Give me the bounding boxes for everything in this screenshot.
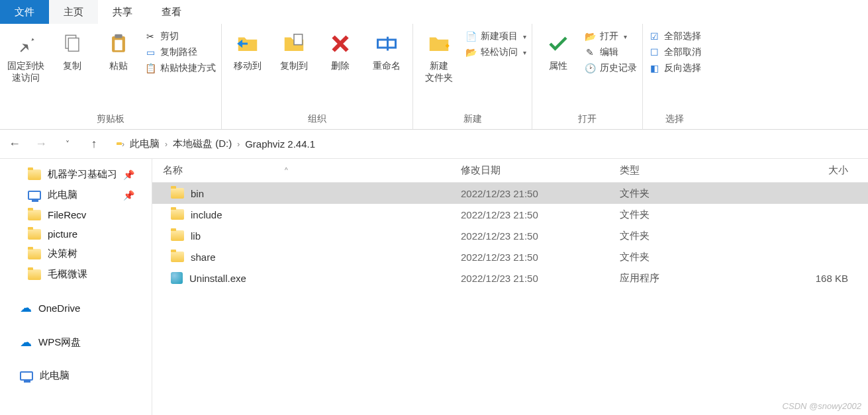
move-to-button[interactable]: 移动到 — [227, 26, 268, 71]
sidebar-item[interactable]: picture — [0, 224, 152, 244]
select-none-button[interactable]: ☐全部取消 — [648, 46, 701, 58]
folder-icon — [171, 188, 184, 199]
history-icon: 🕑 — [584, 62, 596, 74]
back-button[interactable]: ← — [5, 135, 24, 154]
sidebar-item-label: 机器学习基础习 — [48, 168, 117, 181]
up-button[interactable]: ↑ — [85, 135, 103, 154]
sidebar-item-label: FileRecv — [48, 209, 86, 220]
table-row[interactable]: share2022/12/23 21:50文件夹 — [152, 246, 868, 267]
column-date[interactable]: 修改日期 — [450, 164, 609, 177]
easy-access-icon: 📂 — [465, 46, 477, 58]
folder-icon — [28, 169, 41, 180]
file-date: 2022/12/23 21:50 — [450, 230, 609, 242]
sidebar-item[interactable]: 毛概微课 — [0, 264, 152, 285]
chevron-right-icon: › — [237, 140, 240, 149]
sidebar-item[interactable]: FileRecv — [0, 205, 152, 224]
column-name[interactable]: 名称^ — [152, 164, 450, 177]
new-item-icon: 📄 — [465, 30, 477, 42]
group-clipboard-label: 剪贴板 — [5, 111, 216, 129]
recent-dropdown[interactable]: ˅ — [58, 135, 77, 154]
breadcrumb-drive[interactable]: 本地磁盘 (D:) — [173, 138, 232, 150]
onedrive-icon: ☁ — [20, 300, 32, 315]
pin-quick-access-button[interactable]: 固定到快速访问 — [5, 26, 46, 83]
column-type[interactable]: 类型 — [609, 164, 742, 177]
column-size[interactable]: 大小 — [742, 164, 868, 177]
copy-to-button[interactable]: 复制到 — [273, 26, 314, 71]
open-button[interactable]: 📂打开▾ — [584, 30, 637, 42]
table-row[interactable]: Uninstall.exe2022/12/23 21:50应用程序168 KB — [152, 267, 868, 289]
tab-share[interactable]: 共享 — [98, 0, 147, 24]
new-folder-button[interactable]: 新建 文件夹 — [418, 26, 459, 83]
properties-button[interactable]: 属性 — [538, 26, 579, 71]
breadcrumb-folder[interactable]: Graphviz 2.44.1 — [245, 138, 315, 150]
select-none-icon: ☐ — [648, 46, 660, 58]
copy-label: 复制 — [63, 60, 81, 71]
tab-home[interactable]: 主页 — [49, 0, 98, 24]
table-row[interactable]: include2022/12/23 21:50文件夹 — [152, 204, 868, 225]
ribbon-tabs: 文件 主页 共享 查看 — [0, 0, 868, 24]
properties-icon — [545, 30, 571, 57]
sidebar-item[interactable]: 机器学习基础习📌 — [0, 164, 152, 185]
paste-icon — [105, 30, 132, 57]
rename-button[interactable]: 重命名 — [366, 26, 407, 71]
sidebar-thispc[interactable]: 此电脑 — [0, 365, 152, 386]
wps-icon: ☁ — [20, 335, 32, 349]
path-icon: ▭ — [144, 46, 156, 58]
group-organize: 移动到 复制到 删除 重命名 组织 — [222, 24, 413, 129]
exe-icon — [171, 272, 183, 284]
group-new-label: 新建 — [418, 111, 526, 129]
invert-selection-button[interactable]: ◧反向选择 — [648, 62, 701, 74]
folder-icon — [28, 210, 41, 220]
column-headers: 名称^ 修改日期 类型 大小 — [152, 159, 868, 183]
breadcrumb-pc[interactable]: 此电脑 — [130, 138, 160, 150]
sidebar-item-label: 此电脑 — [48, 189, 77, 201]
file-size: 168 KB — [742, 273, 868, 284]
table-row[interactable]: bin2022/12/23 21:50文件夹 — [152, 183, 868, 204]
shortcut-icon: 📋 — [144, 62, 156, 74]
history-button[interactable]: 🕑历史记录 — [584, 62, 637, 74]
tab-file[interactable]: 文件 — [0, 0, 49, 24]
file-name: bin — [191, 188, 204, 199]
sidebar-wps[interactable]: ☁WPS网盘 — [0, 331, 152, 353]
move-icon — [234, 30, 261, 57]
easy-access-button[interactable]: 📂轻松访问▾ — [465, 46, 526, 58]
file-date: 2022/12/23 21:50 — [450, 188, 609, 199]
sidebar-onedrive[interactable]: ☁OneDrive — [0, 297, 152, 319]
edit-button[interactable]: ✎编辑 — [584, 46, 637, 58]
select-all-button[interactable]: ☑全部选择 — [648, 30, 701, 42]
paste-button[interactable]: 粘贴 — [98, 26, 139, 71]
group-select-label: 选择 — [648, 111, 701, 129]
pc-icon — [20, 371, 33, 381]
pin-icon: 📌 — [123, 169, 134, 180]
folder-icon — [28, 249, 41, 259]
file-name: Uninstall.exe — [189, 273, 246, 284]
copy-to-icon — [281, 30, 307, 57]
file-type: 文件夹 — [609, 251, 742, 263]
file-date: 2022/12/23 21:50 — [450, 273, 609, 284]
chevron-down-icon: ▾ — [523, 33, 526, 40]
folder-icon — [171, 209, 184, 220]
delete-button[interactable]: 删除 — [320, 26, 361, 71]
ribbon: 固定到快速访问 复制 粘贴 ✂剪切 ▭复制路径 📋粘贴快捷方式 剪贴板 移动到 — [0, 24, 868, 130]
cut-button[interactable]: ✂剪切 — [144, 30, 216, 42]
forward-button[interactable]: → — [32, 135, 50, 154]
tab-view[interactable]: 查看 — [147, 0, 196, 24]
new-folder-icon — [426, 30, 452, 57]
select-all-icon: ☑ — [648, 30, 660, 42]
sidebar-item-label: 决策树 — [48, 248, 77, 260]
sidebar-item[interactable]: 此电脑📌 — [0, 185, 152, 205]
table-row[interactable]: lib2022/12/23 21:50文件夹 — [152, 225, 868, 246]
pin-icon — [13, 30, 39, 57]
edit-icon: ✎ — [584, 46, 596, 58]
copy-button[interactable]: 复制 — [52, 26, 93, 71]
copy-path-button[interactable]: ▭复制路径 — [144, 46, 216, 58]
sidebar-item[interactable]: 决策树 — [0, 244, 152, 264]
paste-shortcut-button[interactable]: 📋粘贴快捷方式 — [144, 62, 216, 74]
new-item-button[interactable]: 📄新建项目▾ — [465, 30, 526, 42]
file-type: 文件夹 — [609, 230, 742, 242]
address-bar: ← → ˅ ↑ › 此电脑 › 本地磁盘 (D:) › Graphviz 2.4… — [0, 130, 868, 159]
breadcrumb: › 此电脑 › 本地磁盘 (D:) › Graphviz 2.44.1 — [117, 138, 315, 150]
file-date: 2022/12/23 21:50 — [450, 209, 609, 220]
folder-icon — [171, 230, 184, 241]
group-open-label: 打开 — [538, 111, 637, 129]
